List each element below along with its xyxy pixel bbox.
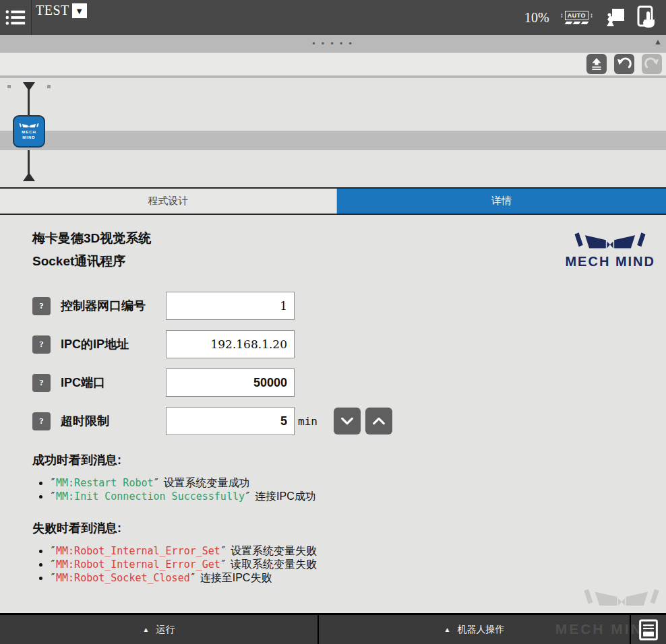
ipc-ip-input[interactable]: [166, 330, 295, 358]
ipc-ip-label: IPC的IP地址: [61, 336, 166, 352]
timeline-dot-left: [7, 85, 11, 88]
main-menu-button[interactable]: [0, 0, 32, 35]
run-label: 运行: [156, 624, 175, 636]
panel-title: 梅卡曼德3D视觉系统 Socket通讯程序: [32, 227, 151, 273]
success-messages-list: ″MM:Restart Robot″设置系统变量成功 ″MM:Init Conn…: [50, 476, 657, 503]
timeout-decrement-button[interactable]: [334, 408, 361, 434]
run-panel-toggle[interactable]: ▲ 运行: [0, 615, 319, 644]
failure-messages-heading: 失败时看到消息:: [32, 520, 657, 536]
controller-port-label: 控制器网口编号: [61, 298, 166, 314]
top-bar: TEST ▼ 10% ↕ AUTO ↕: [0, 0, 666, 35]
success-message-item: ″MM:Init Connection Successfully″连接IPC成功: [50, 490, 657, 503]
panel-drag-handle[interactable]: • • • • • ▲: [0, 35, 666, 53]
success-message-item: ″MM:Restart Robot″设置系统变量成功: [50, 476, 657, 490]
failure-code: MM:Robot_Internal_Error_Set: [56, 545, 220, 557]
speed-indicator[interactable]: 10%: [524, 10, 549, 26]
failure-code: MM:Robot_Internal_Error_Get: [56, 558, 220, 571]
status-icons: 10% ↕ AUTO ↕: [524, 0, 666, 35]
teach-pendant-screen: TEST ▼ 10% ↕ AUTO ↕: [0, 0, 666, 644]
auto-mode-label: AUTO: [565, 11, 588, 20]
hamburger-list-icon: [5, 7, 26, 28]
robot-operation-toggle[interactable]: ▲ 机器人操作: [319, 615, 631, 644]
upload-icon: [589, 57, 604, 71]
auto-mode-icon[interactable]: ↕ AUTO ↕: [560, 11, 593, 24]
mechmind-eyes-icon: [19, 123, 39, 129]
success-code: MM:Restart Robot: [56, 477, 154, 489]
timeout-label: 超时限制: [61, 413, 166, 429]
program-dropdown-icon[interactable]: ▼: [72, 3, 87, 18]
selected-row-highlight: [0, 131, 666, 150]
robot-jog-screen-icon[interactable]: [604, 7, 626, 28]
editor-toolbar: [0, 53, 666, 78]
expand-triangle-icon: ▲: [143, 626, 150, 633]
success-messages-heading: 成功时看到消息:: [32, 452, 657, 468]
failure-message-item: ″MM:Robot_Internal_Error_Set″设置系统变量失败: [50, 544, 657, 558]
details-panel: 梅卡曼德3D视觉系统 Socket通讯程序 MECH MIND: [0, 215, 666, 609]
timeout-input[interactable]: [166, 407, 295, 435]
ipc-port-input[interactable]: [166, 368, 295, 397]
detail-tabs: 程式设计 详情: [0, 187, 666, 215]
help-button-controller-port[interactable]: ?: [32, 297, 51, 315]
failure-message-item: ″MM:Robot_Internal_Error_Get″读取系统变量失败: [50, 558, 657, 571]
program-selector[interactable]: TEST ▼: [32, 0, 87, 35]
form-row-ipc-ip: ? IPC的IP地址: [32, 330, 657, 358]
undo-button[interactable]: [614, 54, 634, 74]
help-button-ipc-ip[interactable]: ?: [32, 335, 51, 354]
failure-message-item: ″MM:Robot_Socket_Closed″连接至IPC失败: [50, 571, 657, 585]
load-program-button[interactable]: [586, 54, 607, 74]
node-label-line1: MECH: [22, 130, 36, 135]
mechmind-logo-eyes-icon: [569, 231, 651, 254]
panel-title-line1: 梅卡曼德3D视觉系统: [32, 227, 151, 250]
tab-program-design[interactable]: 程式设计: [0, 189, 337, 214]
timeout-increment-button[interactable]: [365, 408, 392, 434]
success-code: MM:Init Connection Successfully: [56, 490, 245, 503]
form-row-controller-port: ? 控制器网口编号: [32, 292, 657, 320]
drag-handle-dots: • • • • •: [312, 40, 353, 48]
mechmind-command-node[interactable]: MECH MIND: [13, 115, 45, 148]
success-text: 连接IPC成功: [255, 490, 316, 502]
redo-button[interactable]: [642, 54, 662, 74]
program-name: TEST: [36, 3, 69, 18]
socket-config-form: ? 控制器网口编号 ? IPC的IP地址 ? IPC端口 ? 超时限制 min: [32, 292, 657, 435]
help-button-timeout[interactable]: ?: [32, 412, 51, 430]
collapse-arrow-icon[interactable]: ▲: [654, 37, 662, 46]
redo-icon: [644, 56, 660, 72]
node-label-line2: MIND: [22, 135, 35, 140]
mechmind-logo: MECH MIND: [565, 231, 655, 268]
panel-title-line2: Socket通讯程序: [32, 250, 151, 273]
failure-messages-list: ″MM:Robot_Internal_Error_Set″设置系统变量失败 ″M…: [50, 544, 657, 585]
failure-code: MM:Robot_Socket_Closed: [56, 572, 190, 584]
form-row-ipc-port: ? IPC端口: [32, 368, 657, 397]
ipc-port-label: IPC端口: [61, 375, 166, 391]
success-text: 设置系统变量成功: [164, 477, 250, 488]
help-button-ipc-port[interactable]: ?: [32, 374, 51, 392]
virtual-keyboard-toggle[interactable]: [631, 615, 666, 644]
touch-panel-icon[interactable]: [636, 5, 658, 30]
robot-operation-label: 机器人操作: [457, 624, 504, 636]
controller-port-input[interactable]: [166, 292, 295, 320]
timeout-unit: min: [298, 415, 317, 428]
bottom-bar: MECH MIND ▲ 运行 ▲ 机器人操作: [0, 613, 666, 644]
failure-text: 读取系统变量失败: [231, 558, 317, 570]
chevron-down-icon: [340, 415, 355, 427]
chevron-up-icon: [371, 415, 386, 427]
timeline-end-marker: [23, 172, 35, 181]
keyboard-icon: [638, 618, 659, 641]
timeline-dot-right: [47, 85, 51, 88]
mechmind-logo-text: MECH MIND: [565, 255, 655, 268]
failure-text: 设置系统变量失败: [231, 545, 317, 556]
expand-triangle-icon: ▲: [444, 626, 451, 633]
tab-details[interactable]: 详情: [337, 189, 666, 214]
timeline-start-marker: [23, 82, 35, 91]
program-timeline[interactable]: MECH MIND: [0, 78, 666, 187]
auto-arrow-right: ↕: [590, 12, 593, 19]
auto-arrow-left: ↕: [560, 12, 564, 19]
undo-icon: [616, 56, 632, 72]
failure-text: 连接至IPC失败: [200, 572, 272, 583]
form-row-timeout: ? 超时限制 min: [32, 407, 657, 435]
